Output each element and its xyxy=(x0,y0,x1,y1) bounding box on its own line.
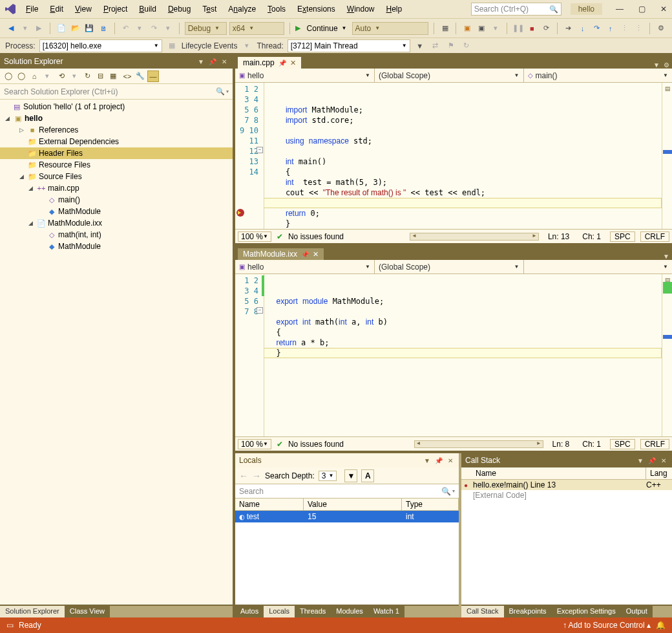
tab-autos[interactable]: Autos xyxy=(235,606,264,617)
menu-debug[interactable]: Debug xyxy=(163,2,196,16)
overview-ruler[interactable]: ▤ xyxy=(662,83,672,229)
lifecycle-label[interactable]: Lifecycle Events xyxy=(182,41,238,50)
add-source-control[interactable]: ↑ Add to Source Control ▴ xyxy=(563,621,651,630)
locals-fwd-icon[interactable]: → xyxy=(252,471,261,481)
nav-back-button[interactable]: ◀ xyxy=(5,23,17,34)
menu-test[interactable]: Test xyxy=(197,2,222,16)
panel-pin-icon[interactable]: 📌 xyxy=(647,457,656,464)
editor-dropdown-icon[interactable]: ▼ xyxy=(653,61,660,69)
collapse-icon[interactable]: ⊟ xyxy=(94,70,106,82)
panel-pin-icon[interactable]: 📌 xyxy=(434,457,443,464)
cs-col-name[interactable]: Name xyxy=(472,467,646,479)
tree-mathmodule[interactable]: ◆MathModule xyxy=(0,206,233,217)
undo-drop[interactable]: ▾ xyxy=(134,23,146,34)
tab-mathmodule-ixx[interactable]: MathModule.ixx 📌 ✕ xyxy=(238,248,324,260)
save-button[interactable]: 💾 xyxy=(84,23,96,34)
back-icon[interactable]: ◯ xyxy=(16,70,27,82)
editor-gear-icon[interactable]: ⚙ xyxy=(664,61,669,69)
step-over-button[interactable]: ↷ xyxy=(591,23,602,34)
solution-explorer-search[interactable]: Search Solution Explorer (Ctrl+ü) 🔍▾ xyxy=(0,84,233,100)
stack-frame-icon[interactable]: ⇄ xyxy=(430,40,441,52)
filter-icon[interactable]: ▼ xyxy=(344,469,357,482)
lifecycle-icon[interactable]: ▦ xyxy=(166,40,178,52)
code-icon[interactable]: <> xyxy=(121,70,133,82)
close-tab-icon[interactable]: ✕ xyxy=(313,250,319,259)
quick-launch-search[interactable]: Search (Ctrl+Q) 🔍 xyxy=(471,3,562,16)
stop-button[interactable]: ■ xyxy=(527,23,538,34)
col-type-header[interactable]: Type xyxy=(402,499,459,510)
tab-exception-settings[interactable]: Exception Settings xyxy=(552,606,621,617)
tree-references[interactable]: ▷■References xyxy=(0,124,233,136)
tab-modules[interactable]: Modules xyxy=(331,606,368,617)
redo-drop[interactable]: ▾ xyxy=(162,23,174,34)
tab-output[interactable]: Output xyxy=(621,606,653,617)
editor2-code[interactable]: 1 2 3 4 5 6 7 8 export module MathModule… xyxy=(235,274,672,436)
nav-scope-combo[interactable]: (Global Scope)▼ xyxy=(375,69,524,82)
redo-button[interactable]: ↷ xyxy=(148,23,160,34)
eol-indicator[interactable]: CRLF xyxy=(640,439,669,449)
indent-indicator[interactable]: SPC xyxy=(610,231,635,242)
tab-class-view[interactable]: Class View xyxy=(65,606,110,617)
pin-icon[interactable]: 📌 xyxy=(278,59,286,67)
maximize-button[interactable]: ▢ xyxy=(637,5,646,14)
panel-dropdown-icon[interactable]: ▼ xyxy=(423,457,432,464)
preview-icon[interactable]: — xyxy=(147,70,159,82)
col-value-header[interactable]: Value xyxy=(304,499,402,510)
home-icon[interactable]: ◯ xyxy=(3,70,14,82)
search-depth-combo[interactable]: 3▼ xyxy=(319,471,337,481)
tab-threads[interactable]: Threads xyxy=(295,606,331,617)
tool-btn-9[interactable]: ⋮ xyxy=(633,23,644,34)
nav-member-combo[interactable]: ▼ xyxy=(524,260,673,274)
menu-extensions[interactable]: Extensions xyxy=(292,2,341,16)
panel-close-icon[interactable]: ✕ xyxy=(446,457,455,464)
undo-button[interactable]: ↶ xyxy=(120,23,132,34)
close-button[interactable]: ✕ xyxy=(659,5,668,14)
panel-close-icon[interactable]: ✕ xyxy=(659,457,668,464)
fold-icon[interactable]: − xyxy=(257,147,263,153)
horizontal-scrollbar[interactable] xyxy=(410,233,539,241)
minimize-button[interactable]: — xyxy=(615,5,624,14)
tree-header-files[interactable]: 📁Header Files xyxy=(0,147,233,159)
close-tab-icon[interactable]: ✕ xyxy=(290,59,296,67)
tree-project[interactable]: ◢▣hello xyxy=(0,113,233,124)
tree-solution[interactable]: ▤Solution 'hello' (1 of 1 project) xyxy=(0,101,233,113)
locals-back-icon[interactable]: ← xyxy=(239,471,248,481)
thread-combo[interactable]: [3712] Main Thread▼ xyxy=(288,39,410,52)
overview-ruler[interactable]: ▤ xyxy=(662,274,672,436)
tree-main-fn[interactable]: ◇main() xyxy=(0,194,233,206)
col-name-header[interactable]: Name xyxy=(235,499,304,510)
panel-dropdown-icon[interactable]: ▼ xyxy=(196,58,205,65)
tool-btn-3[interactable]: ▣ xyxy=(476,23,487,34)
tool-btn-10[interactable]: ⚙ xyxy=(655,23,667,34)
show-next-stmt-button[interactable]: ➔ xyxy=(563,23,574,34)
nav-fwd-button[interactable]: ▶ xyxy=(33,23,45,34)
pin-icon[interactable]: 📌 xyxy=(301,251,309,258)
callstack-row[interactable]: ● hello.exe!main() Line 13 C++ xyxy=(461,480,672,490)
tab-main-cpp[interactable]: main.cpp 📌 ✕ xyxy=(238,57,301,69)
locals-search[interactable]: Search 🔍▾ xyxy=(235,484,459,499)
editor-dropdown-icon[interactable]: ▼ xyxy=(663,253,669,260)
showall-icon[interactable]: ▦ xyxy=(107,70,119,82)
config-combo[interactable]: Debug▼ xyxy=(185,22,227,35)
tree-source-files[interactable]: ◢📁Source Files xyxy=(0,171,233,182)
continue-button[interactable]: Continue▼ xyxy=(304,22,350,35)
tool-btn-8[interactable]: ⋮ xyxy=(619,23,631,34)
menu-tools[interactable]: Tools xyxy=(262,2,291,16)
menu-edit[interactable]: Edit xyxy=(45,2,68,16)
editor1-code[interactable]: 1 2 3 4 5 6 7 8 9 10 11 12 13 14 import … xyxy=(235,83,672,229)
menu-analyze[interactable]: Analyze xyxy=(223,2,261,16)
save-all-button[interactable]: 🗎 xyxy=(98,23,109,34)
filter-icon[interactable]: ▼ xyxy=(414,40,426,52)
tab-locals[interactable]: Locals xyxy=(264,606,295,617)
open-file-button[interactable]: 📂 xyxy=(70,23,81,34)
tab-breakpoints[interactable]: Breakpoints xyxy=(504,606,552,617)
house-icon[interactable]: ⌂ xyxy=(28,70,40,82)
tree-main-cpp[interactable]: ◢++main.cpp xyxy=(0,182,233,194)
tool-drop-3[interactable]: ▾ xyxy=(490,23,501,34)
tree-external[interactable]: 📁External Dependencies xyxy=(0,136,233,147)
panel-close-icon[interactable]: ✕ xyxy=(220,58,229,65)
menu-help[interactable]: Help xyxy=(381,2,407,16)
tree-resource-files[interactable]: 📁Resource Files xyxy=(0,159,233,171)
nav-project-combo[interactable]: ▣hello▼ xyxy=(235,260,375,274)
menu-build[interactable]: Build xyxy=(134,2,162,16)
